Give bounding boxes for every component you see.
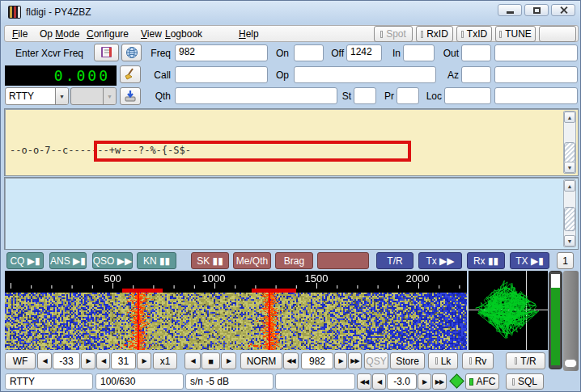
province-label: Pr — [370, 91, 394, 102]
macro-brag-button[interactable]: Brag — [275, 252, 313, 269]
menu-op-mode[interactable]: Op Mode — [40, 28, 79, 40]
scroll-down-icon[interactable]: ▼ — [564, 235, 575, 247]
tx-scrollbar-thumb[interactable] — [564, 207, 575, 231]
zoom-x1-button[interactable]: x1 — [153, 352, 177, 369]
window-title: fldigi - PY4ZBZ — [26, 6, 91, 18]
squelch-slider-handle[interactable] — [564, 359, 577, 368]
scroll-down-icon[interactable]: ▼ — [564, 162, 575, 173]
blank-toggle-button[interactable] — [539, 26, 576, 42]
scroll-up-icon[interactable]: ▲ — [564, 112, 575, 123]
mode-select[interactable]: RTTY ▼ — [5, 87, 69, 105]
tr-indicator-icon — [515, 357, 517, 365]
lower-db-value[interactable]: -33 — [53, 352, 80, 369]
reverse-toggle-button[interactable]: Rv — [462, 352, 494, 369]
macro-qso-button[interactable]: QSO ▶▶ — [92, 252, 133, 269]
call-input[interactable] — [175, 66, 268, 83]
op-input[interactable] — [294, 66, 436, 83]
sql-led-icon — [512, 378, 515, 386]
afc-coarse-up-button[interactable]: ▶▶ — [432, 373, 447, 390]
squelch-slider[interactable] — [563, 271, 579, 371]
store-button[interactable]: Store — [390, 352, 425, 369]
menu-logbook[interactable]: Logbook — [165, 28, 202, 40]
macro-cq-button[interactable]: CQ ▶▮ — [6, 252, 44, 269]
op-label: Op — [261, 70, 289, 81]
macro-tx-button[interactable]: Tx ▶▶ — [418, 252, 462, 269]
notes-input-1[interactable] — [494, 44, 578, 61]
scroll-up-icon[interactable]: ▲ — [564, 180, 575, 192]
macro-kn-button[interactable]: KN ▮▮ — [137, 252, 176, 269]
macro-ans-button[interactable]: ANS ▶▮ — [49, 252, 87, 269]
tune-indicator-icon — [499, 31, 502, 38]
afc-coarse-down-button[interactable]: ◀◀ — [357, 373, 371, 390]
rx-scrollbar-thumb[interactable] — [564, 142, 575, 163]
macro-tr-button[interactable]: T/R — [376, 252, 413, 269]
app-icon-stripe — [18, 6, 20, 18]
carrier-frequency-value[interactable]: 982 — [301, 352, 333, 369]
range-db-decrease-button[interactable]: ◀ — [96, 352, 110, 369]
macro-txend-button[interactable]: TX ▶▮ — [510, 252, 549, 269]
txid-indicator-icon — [461, 31, 464, 38]
notes-input-2[interactable] — [494, 66, 578, 83]
qth-input[interactable] — [175, 87, 337, 104]
rst-out-input[interactable] — [461, 44, 491, 61]
wf-mode-button[interactable]: WF — [5, 352, 36, 369]
menu-help[interactable]: Help — [239, 28, 259, 40]
tx-text-pane[interactable]: ▲ ▼ — [4, 177, 579, 250]
wf-speed-button[interactable]: NORM — [240, 352, 282, 369]
status-mode[interactable]: RTTY — [5, 373, 93, 390]
logbook-button[interactable] — [94, 44, 119, 61]
signal-level-meter — [549, 271, 562, 369]
txid-toggle-button[interactable]: TxID — [456, 26, 492, 42]
rst-in-label: In — [376, 48, 401, 59]
macro-rx-button[interactable]: Rx ▮▮ — [467, 252, 505, 269]
maximize-button[interactable] — [524, 4, 549, 16]
tx-scrollbar[interactable]: ▲ ▼ — [563, 179, 576, 247]
status-baud[interactable]: 100/630 — [95, 373, 184, 390]
status-snr: s/n -5 dB — [185, 373, 274, 390]
tune-button[interactable]: TUNE — [495, 26, 536, 42]
carrier-coarse-down-button[interactable]: ◀◀ — [283, 352, 299, 369]
range-db-increase-button[interactable]: ▶ — [137, 352, 151, 369]
az-input[interactable] — [461, 66, 491, 83]
macro-blank-button[interactable] — [317, 252, 369, 269]
qso-fields-panel: Enter Xcvr Freq Freq 982 On Off 1242 In … — [1, 43, 581, 108]
macro-meqth-button[interactable]: Me/Qth — [233, 252, 271, 269]
afc-up-button[interactable]: ▶ — [418, 373, 431, 390]
menu-configure[interactable]: Configure — [87, 28, 129, 40]
freq-input[interactable]: 982 — [175, 44, 268, 61]
close-button[interactable] — [551, 4, 575, 16]
title-bar[interactable]: fldigi - PY4ZBZ — [1, 1, 581, 24]
macro-sk-button[interactable]: SK ▮▮ — [191, 252, 229, 269]
tr-toggle-button[interactable]: T/R — [506, 352, 545, 369]
rx-text-pane[interactable]: --o-o-7--c-------+w---?-%-{-S$- ?--w-?;-… — [4, 108, 579, 176]
rx-scrollbar[interactable]: ▲ ▼ — [563, 111, 576, 174]
enter-xcvr-freq-label: Enter Xcvr Freq — [7, 48, 91, 59]
waterfall-display[interactable] — [5, 271, 467, 350]
locator-input[interactable] — [444, 87, 491, 104]
range-db-value[interactable]: 31 — [111, 352, 136, 369]
afc-offset-value[interactable]: -3.0 — [387, 373, 417, 390]
carrier-coarse-up-button[interactable]: ▶▶ — [348, 352, 362, 369]
wf-stop-button[interactable]: ■ — [201, 352, 220, 369]
minimize-button[interactable] — [498, 4, 522, 16]
lower-db-increase-button[interactable]: ▶ — [81, 352, 95, 369]
az-label: Az — [430, 70, 459, 81]
mode-select-value: RTTY — [6, 91, 55, 102]
menu-file[interactable]: File — [12, 28, 28, 40]
lock-toggle-button[interactable]: Lk — [428, 352, 458, 369]
chevron-down-icon: ▼ — [103, 88, 116, 104]
carrier-up-button[interactable]: ▶ — [334, 352, 347, 369]
sql-toggle-button[interactable]: SQL — [506, 373, 544, 390]
notes-input-3[interactable] — [494, 87, 578, 104]
scroll-right-button[interactable]: ▶ — [221, 352, 236, 369]
meter-green-fill — [551, 288, 560, 365]
macro-set-button[interactable]: 1 — [557, 252, 574, 269]
menu-view[interactable]: View — [141, 28, 162, 40]
afc-toggle-button[interactable]: AFC — [465, 373, 499, 390]
afc-down-button[interactable]: ◀ — [372, 373, 386, 390]
menu-bar: File Op Mode Configure View Logbook Help… — [4, 25, 579, 42]
xcvr-frequency-display[interactable]: 0.000 — [5, 65, 117, 86]
lower-db-decrease-button[interactable]: ◀ — [37, 352, 52, 369]
scroll-left-button[interactable]: ◀ — [184, 352, 201, 369]
rxid-toggle-button[interactable]: RxID — [416, 26, 453, 42]
